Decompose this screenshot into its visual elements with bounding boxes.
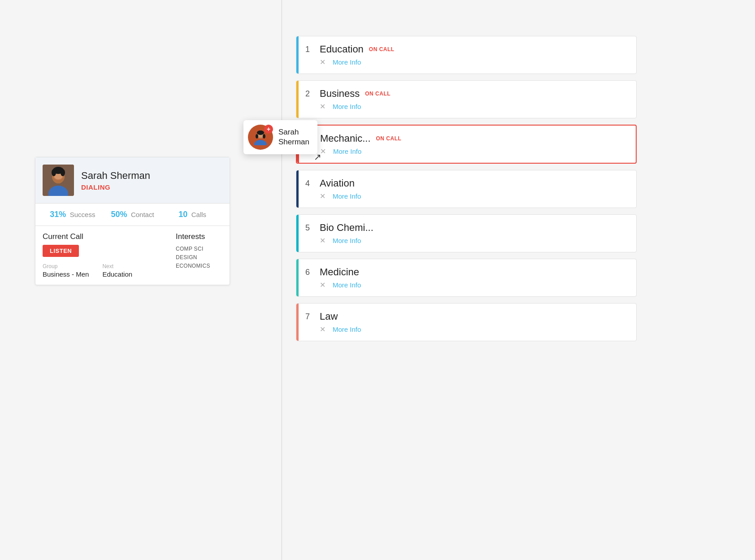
contact-info: Sarah Sherman DIALING bbox=[81, 170, 150, 191]
group-value: Business - Men bbox=[43, 270, 89, 278]
list-item-top-2: 2 Business ON CALL bbox=[305, 88, 627, 100]
list-item-top-4: 4 Aviation bbox=[305, 178, 627, 189]
item-title-5: Bio Chemi... bbox=[320, 222, 373, 234]
svg-point-15 bbox=[254, 140, 267, 145]
item-title-2: Business bbox=[320, 88, 360, 100]
stat-contact-value: 50% bbox=[111, 210, 127, 219]
list-item-actions-4: ✕ More Info bbox=[320, 192, 627, 200]
call-next-section: Next Education bbox=[102, 263, 132, 278]
contact-status: DIALING bbox=[81, 183, 150, 191]
on-call-badge-3: ON CALL bbox=[376, 135, 402, 142]
interest-tag-2: DESIGN bbox=[176, 253, 222, 262]
more-info-link-2[interactable]: More Info bbox=[333, 103, 361, 110]
left-border-5 bbox=[296, 215, 299, 252]
item-title-4: Aviation bbox=[320, 178, 355, 189]
contact-body: Current Call LISTEN Group Business - Men… bbox=[35, 226, 230, 285]
list-item-1: 1 Education ON CALL ✕ More Info bbox=[296, 36, 637, 74]
list-item-actions-7: ✕ More Info bbox=[320, 325, 627, 334]
list-item-7: 7 Law ✕ More Info bbox=[296, 303, 637, 341]
close-icon-4[interactable]: ✕ bbox=[320, 192, 325, 200]
group-label: Group bbox=[43, 263, 89, 269]
item-number-5: 5 bbox=[305, 223, 318, 233]
contact-name: Sarah Sherman bbox=[81, 170, 150, 182]
close-icon-5[interactable]: ✕ bbox=[320, 236, 325, 245]
stat-success: 31% Success bbox=[43, 210, 103, 219]
list-panel: 1 Education ON CALL ✕ More Info 2 Busine… bbox=[296, 36, 637, 347]
close-icon-1[interactable]: ✕ bbox=[320, 58, 325, 66]
call-detail: Group Business - Men Next Education bbox=[43, 263, 169, 278]
left-border-6 bbox=[296, 259, 299, 296]
current-call-section: Current Call LISTEN Group Business - Men… bbox=[43, 232, 169, 278]
list-item-actions-2: ✕ More Info bbox=[320, 102, 627, 111]
floating-tooltip: + Sarah Sherman bbox=[243, 120, 317, 154]
stat-contact: 50% Contact bbox=[103, 210, 163, 219]
interests-section: Interests COMP SCI DESIGN ECONOMICS bbox=[169, 232, 222, 278]
contact-stats: 31% Success 50% Contact 10 Calls bbox=[35, 204, 230, 226]
item-title-7: Law bbox=[320, 311, 338, 322]
more-info-link-1[interactable]: More Info bbox=[333, 58, 361, 66]
left-border-7 bbox=[296, 304, 299, 341]
interests-title: Interests bbox=[176, 232, 222, 241]
floating-avatar: + bbox=[248, 125, 273, 150]
left-border-4 bbox=[296, 170, 299, 208]
item-number-2: 2 bbox=[305, 89, 318, 99]
item-title-3: Mechanic... bbox=[320, 133, 371, 144]
item-number-6: 6 bbox=[305, 268, 318, 277]
list-item-top-3: 3 Mechanic... ON CALL bbox=[306, 133, 627, 144]
list-item-top-6: 6 Medicine bbox=[305, 266, 627, 278]
item-title-6: Medicine bbox=[320, 266, 359, 278]
cursor-arrow: ↗ bbox=[314, 152, 321, 162]
item-title-1: Education bbox=[320, 43, 364, 55]
list-item-actions-1: ✕ More Info bbox=[320, 58, 627, 66]
tooltip-name: Sarah Sherman bbox=[278, 127, 309, 147]
list-item-actions-3: ✕ More Info bbox=[320, 147, 627, 156]
next-value: Education bbox=[102, 270, 132, 278]
next-label: Next bbox=[102, 263, 132, 269]
list-item-top-5: 5 Bio Chemi... bbox=[305, 222, 627, 234]
vertical-divider bbox=[282, 0, 282, 560]
stat-success-label: Success bbox=[70, 211, 95, 218]
list-item-6: 6 Medicine ✕ More Info bbox=[296, 259, 637, 297]
contact-avatar bbox=[43, 165, 74, 196]
stat-calls: 10 Calls bbox=[162, 210, 222, 219]
list-item-actions-5: ✕ More Info bbox=[320, 236, 627, 245]
more-info-link-6[interactable]: More Info bbox=[333, 281, 361, 289]
item-number-4: 4 bbox=[305, 179, 318, 188]
more-info-link-5[interactable]: More Info bbox=[333, 237, 361, 244]
stat-calls-label: Calls bbox=[191, 211, 206, 218]
stat-calls-value: 10 bbox=[178, 210, 187, 219]
close-icon-6[interactable]: ✕ bbox=[320, 281, 325, 289]
item-number-7: 7 bbox=[305, 312, 318, 321]
on-call-badge-2: ON CALL bbox=[365, 91, 391, 97]
interest-tag-3: ECONOMICS bbox=[176, 262, 222, 270]
call-group-section: Group Business - Men bbox=[43, 263, 89, 278]
item-number-1: 1 bbox=[305, 45, 318, 54]
close-icon-2[interactable]: ✕ bbox=[320, 102, 325, 111]
list-item-3: 3 Mechanic... ON CALL ✕ More Info bbox=[296, 125, 637, 164]
stat-contact-label: Contact bbox=[131, 211, 154, 218]
listen-button[interactable]: LISTEN bbox=[43, 245, 79, 257]
stat-success-value: 31% bbox=[50, 210, 66, 219]
add-icon[interactable]: + bbox=[264, 125, 273, 134]
more-info-link-7[interactable]: More Info bbox=[333, 326, 361, 333]
close-icon-7[interactable]: ✕ bbox=[320, 325, 325, 334]
more-info-link-3[interactable]: More Info bbox=[333, 148, 361, 155]
on-call-badge-1: ON CALL bbox=[369, 46, 395, 52]
list-item-5: 5 Bio Chemi... ✕ More Info bbox=[296, 214, 637, 252]
svg-point-12 bbox=[256, 134, 258, 139]
left-border-2 bbox=[296, 81, 299, 118]
list-item-2: 2 Business ON CALL ✕ More Info bbox=[296, 80, 637, 118]
list-item-top-1: 1 Education ON CALL bbox=[305, 43, 627, 55]
list-item-top-7: 7 Law bbox=[305, 311, 627, 322]
current-call-title: Current Call bbox=[43, 232, 169, 241]
left-border-1 bbox=[296, 36, 299, 74]
contact-card: Sarah Sherman DIALING 31% Success 50% Co… bbox=[35, 157, 230, 285]
contact-card-header: Sarah Sherman DIALING bbox=[35, 157, 230, 204]
svg-point-8 bbox=[61, 169, 65, 176]
interest-tag-1: COMP SCI bbox=[176, 245, 222, 253]
svg-point-7 bbox=[52, 169, 56, 176]
list-item-actions-6: ✕ More Info bbox=[320, 281, 627, 289]
list-item-4: 4 Aviation ✕ More Info bbox=[296, 170, 637, 208]
svg-point-14 bbox=[257, 130, 264, 135]
more-info-link-4[interactable]: More Info bbox=[333, 192, 361, 200]
